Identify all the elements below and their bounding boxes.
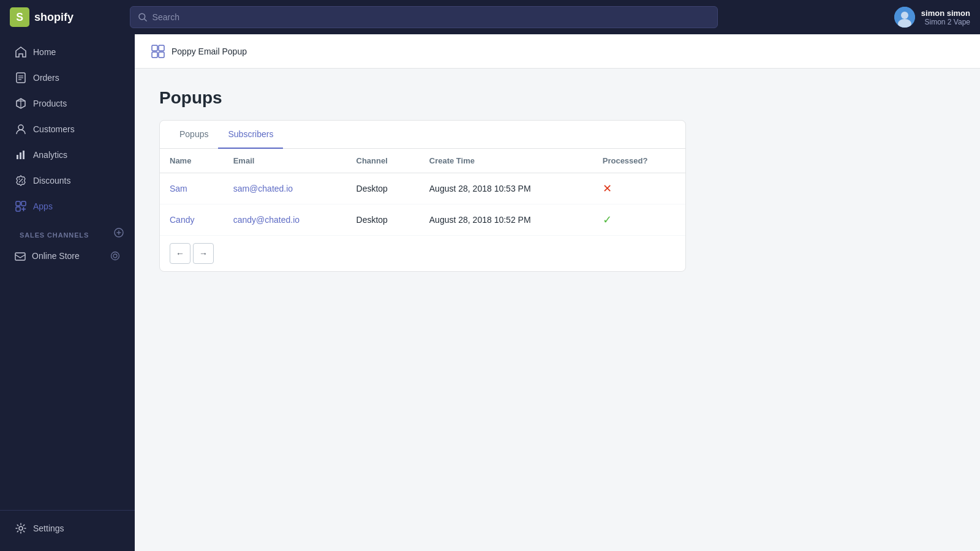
home-icon	[15, 46, 27, 58]
next-page-button[interactable]: →	[193, 243, 214, 264]
shopify-logo-icon: S	[10, 7, 29, 27]
cell-channel: Desktop	[347, 204, 420, 236]
user-store: Simon 2 Vape	[921, 18, 970, 26]
cell-email[interactable]: sam@chated.io	[224, 173, 347, 204]
sidebar-label-analytics: Analytics	[33, 150, 67, 160]
sidebar-item-products[interactable]: Products	[5, 91, 130, 116]
tab-popups[interactable]: Popups	[170, 121, 218, 149]
col-name: Name	[160, 149, 224, 173]
sidebar-label-customers: Customers	[33, 124, 75, 134]
main-layout: Home Orders Products	[0, 34, 980, 551]
add-sales-channel-button[interactable]	[113, 227, 125, 239]
sidebar-item-apps[interactable]: Apps	[5, 194, 130, 219]
sales-channels-section: SALES CHANNELS	[0, 219, 135, 244]
page-title: Popups	[159, 88, 956, 108]
cell-processed: ✓	[593, 204, 685, 236]
top-nav: S shopify simon simon Simon 2 Vape	[0, 0, 980, 34]
user-name: simon simon	[921, 9, 970, 18]
breadcrumb-icon	[149, 43, 167, 60]
content-area: Poppy Email Popup Popups Popups Subscrib…	[135, 34, 980, 551]
sidebar: Home Orders Products	[0, 34, 135, 551]
sidebar-label-apps: Apps	[33, 201, 53, 211]
customers-icon	[15, 123, 27, 135]
svg-point-30	[111, 252, 119, 260]
analytics-icon	[15, 149, 27, 161]
col-channel: Channel	[347, 149, 420, 173]
svg-point-31	[19, 527, 23, 530]
user-info: simon simon Simon 2 Vape	[921, 9, 970, 26]
sidebar-item-home[interactable]: Home	[5, 40, 130, 64]
sidebar-item-settings[interactable]: Settings	[5, 516, 130, 541]
svg-line-3	[145, 19, 146, 21]
x-icon: ✕	[603, 182, 612, 195]
svg-rect-28	[15, 253, 25, 260]
page-body: Popups Popups Subscribers Name Email Cha…	[135, 69, 980, 291]
table-body: Samsam@chated.ioDesktopAugust 28, 2018 1…	[160, 173, 685, 236]
apps-icon	[15, 200, 27, 212]
svg-rect-34	[152, 52, 157, 58]
sales-channels-label: SALES CHANNELS	[10, 224, 99, 241]
search-input[interactable]	[153, 12, 710, 22]
svg-rect-20	[16, 201, 20, 206]
col-processed: Processed?	[593, 149, 685, 173]
sidebar-bottom: Settings	[0, 510, 135, 546]
subscribers-table: Name Email Channel Create Time Processed…	[160, 149, 685, 235]
settings-icon	[15, 522, 27, 534]
sidebar-label-discounts: Discounts	[33, 176, 70, 186]
sidebar-label-products: Products	[33, 99, 67, 108]
table-row: Samsam@chated.ioDesktopAugust 28, 2018 1…	[160, 173, 685, 204]
cell-create-time: August 28, 2018 10:52 PM	[420, 204, 593, 236]
breadcrumb-text: Poppy Email Popup	[172, 47, 247, 56]
svg-rect-21	[21, 201, 26, 206]
sidebar-label-settings: Settings	[33, 523, 64, 533]
sidebar-label-orders: Orders	[33, 73, 59, 83]
svg-text:S: S	[16, 11, 23, 23]
discounts-icon	[15, 174, 27, 187]
svg-rect-15	[20, 152, 21, 159]
search-icon	[138, 12, 148, 22]
sidebar-item-orders[interactable]: Orders	[5, 66, 130, 90]
tab-subscribers[interactable]: Subscribers	[218, 121, 283, 149]
svg-point-13	[18, 125, 23, 130]
sidebar-item-customers[interactable]: Customers	[5, 117, 130, 141]
logo-text: shopify	[34, 11, 74, 24]
svg-rect-32	[152, 45, 157, 51]
search-bar[interactable]	[130, 6, 718, 28]
logo-area: S shopify	[10, 7, 120, 27]
breadcrumb: Poppy Email Popup	[135, 34, 980, 69]
cell-create-time: August 28, 2018 10:53 PM	[420, 173, 593, 204]
online-store-label: Online Store	[32, 251, 80, 261]
orders-icon	[15, 72, 27, 84]
cell-name[interactable]: Sam	[160, 173, 224, 204]
table-row: Candycandy@chated.ioDesktopAugust 28, 20…	[160, 204, 685, 236]
svg-rect-33	[159, 45, 164, 51]
cell-processed: ✕	[593, 173, 685, 204]
table-header: Name Email Channel Create Time Processed…	[160, 149, 685, 173]
sidebar-label-home: Home	[33, 47, 56, 57]
col-create-time: Create Time	[420, 149, 593, 173]
online-store-icon	[15, 250, 26, 261]
sidebar-item-discounts[interactable]: Discounts	[5, 168, 130, 193]
prev-page-button[interactable]: ←	[170, 243, 190, 264]
avatar-image	[894, 7, 915, 28]
svg-rect-14	[17, 155, 18, 159]
svg-point-29	[113, 254, 117, 258]
svg-point-19	[22, 182, 23, 183]
user-area[interactable]: simon simon Simon 2 Vape	[894, 7, 970, 28]
online-store-left: Online Store	[15, 250, 80, 261]
pagination: ← →	[160, 235, 685, 271]
tabs: Popups Subscribers	[160, 121, 685, 149]
cell-channel: Desktop	[347, 173, 420, 204]
products-icon	[15, 97, 27, 110]
cell-name[interactable]: Candy	[160, 204, 224, 236]
cell-email[interactable]: candy@chated.io	[224, 204, 347, 236]
svg-rect-35	[159, 52, 164, 58]
check-icon: ✓	[603, 214, 612, 226]
svg-point-18	[19, 179, 20, 180]
svg-point-5	[901, 12, 908, 19]
avatar	[894, 7, 915, 28]
sidebar-item-analytics[interactable]: Analytics	[5, 143, 130, 167]
sidebar-item-online-store[interactable]: Online Store	[5, 244, 130, 268]
subscribers-card: Popups Subscribers Name Email Channel Cr…	[159, 120, 686, 272]
online-store-settings-icon[interactable]	[110, 251, 120, 261]
